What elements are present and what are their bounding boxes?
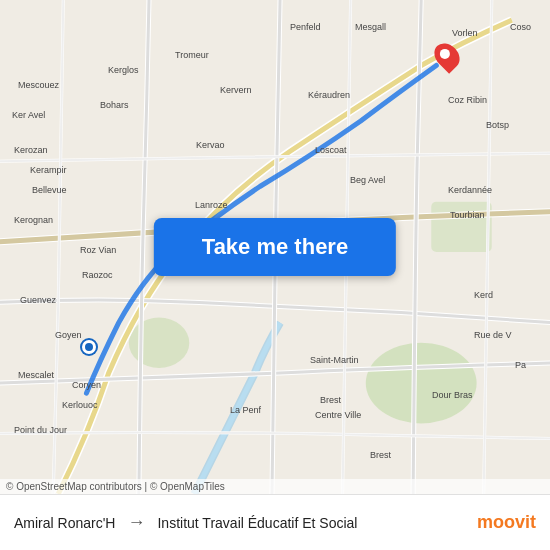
- take-me-there-button[interactable]: Take me there: [154, 218, 396, 276]
- app: MescouezKer AvelKerozanKerampirBellevueK…: [0, 0, 550, 550]
- origin-pin: [82, 340, 96, 354]
- arrow-icon: →: [127, 512, 145, 533]
- destination-label: Institut Travail Éducatif Et Social: [157, 515, 477, 531]
- origin-label: Amiral Ronarc'H: [14, 515, 115, 531]
- map-attribution: © OpenStreetMap contributors | © OpenMap…: [0, 479, 550, 494]
- svg-point-2: [129, 318, 189, 368]
- bottom-bar: Amiral Ronarc'H → Institut Travail Éduca…: [0, 494, 550, 550]
- svg-rect-3: [431, 202, 491, 252]
- moovit-logo: moovit: [477, 512, 536, 533]
- svg-point-1: [366, 343, 477, 424]
- moovit-logo-text: moovit: [477, 512, 536, 533]
- map-container: MescouezKer AvelKerozanKerampirBellevueK…: [0, 0, 550, 494]
